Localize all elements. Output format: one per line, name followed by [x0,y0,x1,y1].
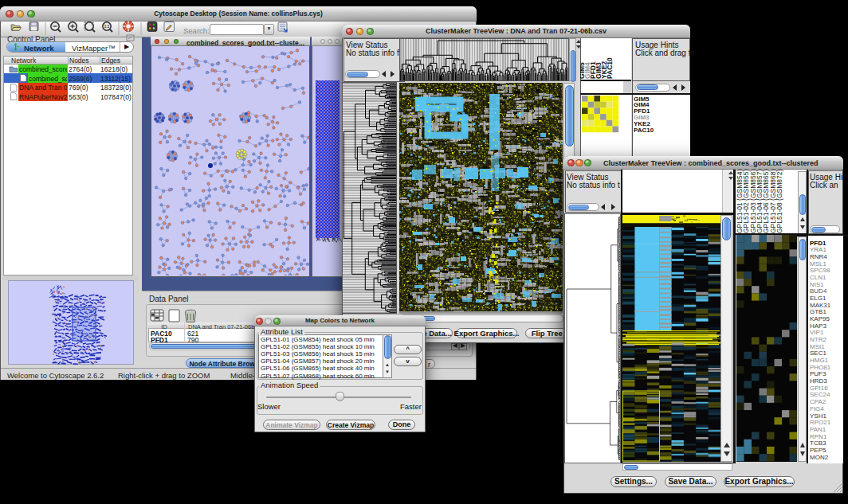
svg-text:GPL51-08 (GSM872): GPL51-08 (GSM872) [775,170,783,233]
svg-text:PAC10: PAC10 [606,57,614,79]
svg-text:1:1: 1:1 [104,25,110,29]
